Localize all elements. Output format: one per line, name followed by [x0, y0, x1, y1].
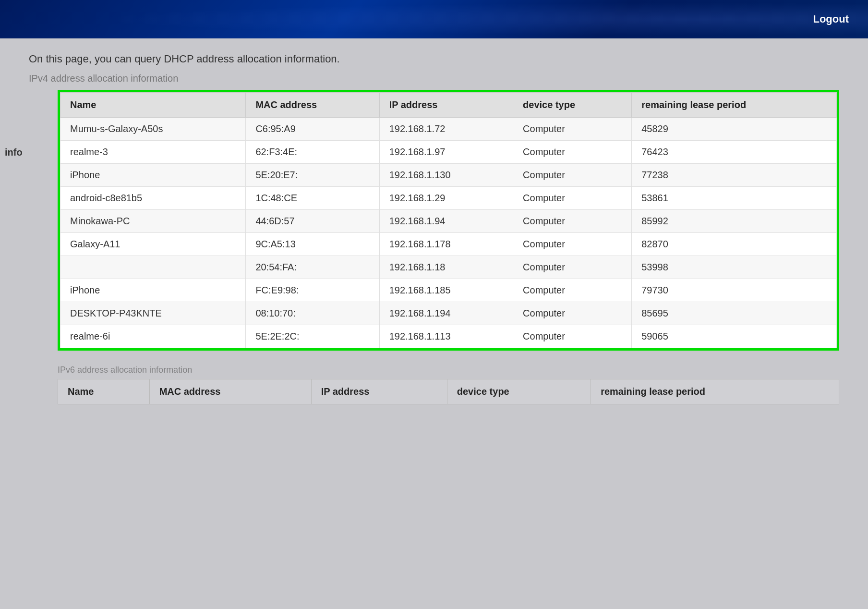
cell-name: iPhone — [60, 279, 246, 302]
table-row: Minokawa-PC44:6D:57192.168.1.94Computer8… — [60, 210, 837, 233]
cell-ip: 192.168.1.29 — [379, 187, 513, 210]
table-row: DESKTOP-P43KNTE08:10:70:192.168.1.194Com… — [60, 302, 837, 325]
cell-device_type: Computer — [513, 164, 632, 187]
secondary-dhcp-table: Name MAC address IP address device type … — [58, 379, 839, 404]
secondary-col-mac: MAC address — [149, 379, 311, 404]
cell-lease: 85992 — [632, 210, 837, 233]
cell-name: Galaxy-A11 — [60, 233, 246, 256]
table-row: android-c8e81b51C:48:CE192.168.1.29Compu… — [60, 187, 837, 210]
table-header-row: Name MAC address IP address device type … — [60, 93, 837, 118]
cell-mac: 44:6D:57 — [246, 210, 379, 233]
table-row: iPhone5E:20:E7:192.168.1.130Computer7723… — [60, 164, 837, 187]
col-lease: remaining lease period — [632, 93, 837, 118]
main-content: info On this page, you can query DHCP ad… — [0, 38, 868, 419]
cell-name: realme-6i — [60, 325, 246, 348]
cell-name: Minokawa-PC — [60, 210, 246, 233]
cell-mac: C6:95:A9 — [246, 118, 379, 141]
cell-name — [60, 256, 246, 279]
cell-lease: 77238 — [632, 164, 837, 187]
col-device-type: device type — [513, 93, 632, 118]
cell-ip: 192.168.1.18 — [379, 256, 513, 279]
ipv4-heading: IPv4 address allocation information — [29, 73, 839, 84]
cell-device_type: Computer — [513, 187, 632, 210]
cell-ip: 192.168.1.97 — [379, 141, 513, 164]
cell-device_type: Computer — [513, 279, 632, 302]
cell-ip: 192.168.1.194 — [379, 302, 513, 325]
cell-ip: 192.168.1.185 — [379, 279, 513, 302]
cell-lease: 76423 — [632, 141, 837, 164]
cell-mac: 62:F3:4E: — [246, 141, 379, 164]
table-row: Galaxy-A119C:A5:13192.168.1.178Computer8… — [60, 233, 837, 256]
secondary-dhcp-table-container: Name MAC address IP address device type … — [58, 379, 839, 404]
cell-device_type: Computer — [513, 210, 632, 233]
cell-lease: 59065 — [632, 325, 837, 348]
cell-ip: 192.168.1.72 — [379, 118, 513, 141]
cell-device_type: Computer — [513, 233, 632, 256]
cell-lease: 45829 — [632, 118, 837, 141]
sidebar-info-label: info — [0, 144, 27, 161]
table-row: realme-362:F3:4E:192.168.1.97Computer764… — [60, 141, 837, 164]
secondary-col-lease: remaining lease period — [591, 379, 839, 404]
cell-ip: 192.168.1.94 — [379, 210, 513, 233]
cell-name: iPhone — [60, 164, 246, 187]
cell-mac: 08:10:70: — [246, 302, 379, 325]
secondary-table-header-row: Name MAC address IP address device type … — [58, 379, 839, 404]
cell-device_type: Computer — [513, 325, 632, 348]
cell-mac: 5E:2E:2C: — [246, 325, 379, 348]
table-row: realme-6i5E:2E:2C:192.168.1.113Computer5… — [60, 325, 837, 348]
col-mac: MAC address — [246, 93, 379, 118]
col-ip: IP address — [379, 93, 513, 118]
secondary-col-name: Name — [58, 379, 150, 404]
cell-lease: 85695 — [632, 302, 837, 325]
cell-device_type: Computer — [513, 118, 632, 141]
cell-name: android-c8e81b5 — [60, 187, 246, 210]
cell-lease: 53861 — [632, 187, 837, 210]
cell-lease: 53998 — [632, 256, 837, 279]
cell-mac: 9C:A5:13 — [246, 233, 379, 256]
cell-mac: 5E:20:E7: — [246, 164, 379, 187]
cell-lease: 79730 — [632, 279, 837, 302]
secondary-col-device-type: device type — [447, 379, 591, 404]
cell-mac: 1C:48:CE — [246, 187, 379, 210]
table-row: Mumu-s-Galaxy-A50sC6:95:A9192.168.1.72Co… — [60, 118, 837, 141]
cell-mac: 20:54:FA: — [246, 256, 379, 279]
cell-name: realme-3 — [60, 141, 246, 164]
logout-button[interactable]: Logout — [813, 13, 849, 25]
cell-ip: 192.168.1.178 — [379, 233, 513, 256]
table-row: 20:54:FA:192.168.1.18Computer53998 — [60, 256, 837, 279]
col-name: Name — [60, 93, 246, 118]
cell-ip: 192.168.1.113 — [379, 325, 513, 348]
cell-name: Mumu-s-Galaxy-A50s — [60, 118, 246, 141]
cell-device_type: Computer — [513, 256, 632, 279]
main-dhcp-table-container: Name MAC address IP address device type … — [58, 90, 839, 351]
ipv6-heading: IPv6 address allocation information — [58, 365, 839, 375]
cell-name: DESKTOP-P43KNTE — [60, 302, 246, 325]
cell-device_type: Computer — [513, 302, 632, 325]
secondary-col-ip: IP address — [311, 379, 447, 404]
main-dhcp-table: Name MAC address IP address device type … — [60, 92, 837, 348]
cell-lease: 82870 — [632, 233, 837, 256]
cell-ip: 192.168.1.130 — [379, 164, 513, 187]
page-description: On this page, you can query DHCP address… — [29, 53, 839, 65]
header-bar: Logout — [0, 0, 868, 38]
cell-mac: FC:E9:98: — [246, 279, 379, 302]
cell-device_type: Computer — [513, 141, 632, 164]
table-row: iPhoneFC:E9:98:192.168.1.185Computer7973… — [60, 279, 837, 302]
